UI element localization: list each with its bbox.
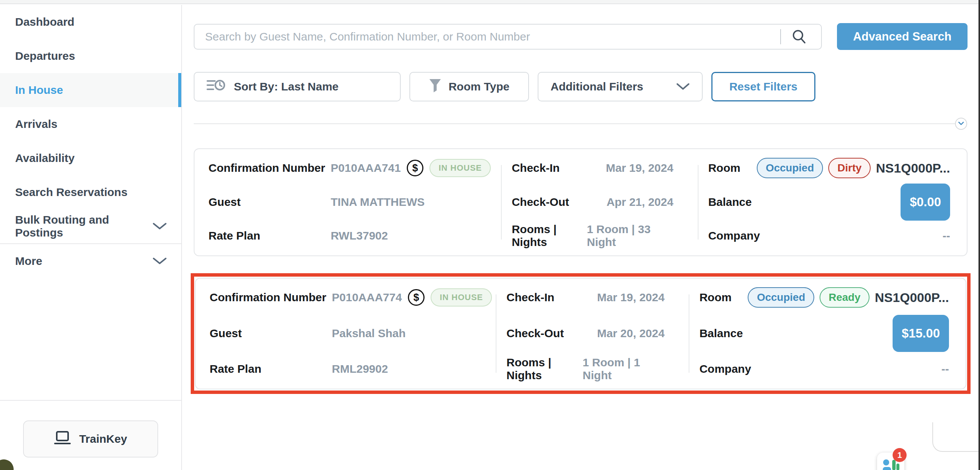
housekeeping-badge: Dirty	[828, 158, 871, 178]
additional-filters-label: Additional Filters	[550, 80, 643, 93]
room-number: NS1Q000P...	[876, 161, 950, 175]
search-input[interactable]	[194, 24, 822, 49]
sidebar-item-arrivals[interactable]: Arrivals	[0, 107, 181, 141]
in-house-status-badge: IN HOUSE	[430, 159, 491, 177]
sidebar-item-bulk-routing[interactable]: Bulk Routing and Postings	[0, 209, 181, 243]
sidebar-item-label: Arrivals	[15, 118, 57, 131]
rooms-nights-label: Rooms | Nights	[506, 356, 582, 382]
highlight-border: Confirmation Number P010AAA774 $ IN HOUS…	[191, 273, 970, 394]
balance-button[interactable]: $0.00	[900, 183, 950, 221]
sidebar-item-label: Bulk Routing and Postings	[15, 213, 153, 239]
notification-badge: 1	[892, 448, 907, 462]
rooms-nights-value: 1 Room | 33 Night	[587, 223, 673, 249]
room-type-label: Room Type	[449, 80, 509, 93]
card-room-section: Room Occupied Ready NS1Q000P... Balance …	[689, 279, 966, 389]
collapse-toggle[interactable]	[955, 118, 967, 130]
rate-plan-label: Rate Plan	[210, 363, 332, 375]
guest-label: Guest	[208, 196, 331, 209]
chevron-down-icon	[676, 83, 690, 91]
check-out-date: Mar 20, 2024	[597, 327, 665, 340]
sidebar-item-label: More	[15, 255, 42, 268]
balance-label: Balance	[699, 327, 748, 340]
balance-button[interactable]: $15.00	[892, 315, 949, 352]
dollar-circle-icon[interactable]: $	[408, 289, 425, 306]
dollar-circle-icon[interactable]: $	[407, 160, 423, 176]
sidebar-item-label: Dashboard	[15, 16, 75, 29]
balance-label: Balance	[708, 196, 757, 209]
chevron-down-icon	[153, 257, 167, 265]
room-type-filter-button[interactable]: Room Type	[409, 72, 529, 101]
card-stay-section: Check-In Mar 19, 2024 Check-Out Mar 20, …	[496, 279, 689, 389]
additional-filters-dropdown[interactable]: Additional Filters	[538, 72, 703, 101]
trainkey-label: TrainKey	[79, 433, 127, 445]
check-in-label: Check-In	[512, 162, 560, 174]
check-out-label: Check-Out	[506, 327, 564, 340]
top-window-strip	[0, 0, 980, 4]
card-stay-section: Check-In Mar 19, 2024 Check-Out Apr 21, …	[501, 149, 697, 255]
sidebar-item-label: Search Reservations	[15, 186, 127, 199]
reservation-card[interactable]: Confirmation Number P010AAA774 $ IN HOUS…	[195, 278, 966, 389]
confirmation-number-label: Confirmation Number	[210, 291, 332, 304]
reservation-card[interactable]: Confirmation Number P010AAA741 $ IN HOUS…	[194, 148, 967, 256]
company-value: --	[942, 363, 949, 375]
check-out-date: Apr 21, 2024	[606, 196, 673, 209]
room-label: Room	[708, 162, 757, 174]
screen-edge-strip	[978, 0, 980, 470]
sort-clock-icon	[207, 78, 226, 96]
confirmation-number-label: Confirmation Number	[208, 162, 331, 174]
funnel-icon	[429, 78, 442, 96]
rate-plan-value: RWL37902	[331, 229, 388, 242]
sidebar-item-more[interactable]: More	[0, 244, 181, 278]
advanced-search-button[interactable]: Advanced Search	[837, 23, 967, 50]
rate-plan-value: RML29902	[332, 363, 388, 375]
search-icon[interactable]	[791, 29, 807, 45]
sort-by-button[interactable]: Sort By: Last Name	[194, 72, 401, 101]
trainkey-button[interactable]: TrainKey	[23, 421, 158, 457]
guest-name: TINA MATTHEWS	[331, 196, 425, 209]
sidebar-footer: TrainKey	[0, 400, 181, 470]
company-label: Company	[699, 363, 748, 375]
chevron-down-icon	[153, 222, 167, 231]
sidebar-item-availability[interactable]: Availability	[0, 141, 181, 175]
confirmation-number-value: P010AAA741	[331, 162, 401, 174]
search-bar	[194, 24, 822, 49]
cutoff-widget-panel	[932, 422, 979, 452]
rooms-nights-value: 1 Room | 1 Night	[583, 356, 665, 382]
section-divider	[194, 123, 955, 124]
room-label: Room	[699, 291, 748, 304]
sidebar-item-label: Availability	[15, 152, 75, 165]
company-value: --	[943, 229, 950, 242]
sidebar-nav: Dashboard Departures In House Arrivals A…	[0, 5, 182, 470]
guest-name: Pakshal Shah	[332, 327, 406, 340]
sidebar-item-in-house[interactable]: In House	[0, 73, 181, 107]
company-label: Company	[708, 229, 757, 242]
card-room-section: Room Occupied Dirty NS1Q000P... Balance …	[698, 149, 967, 255]
room-number: NS1Q000P...	[875, 290, 949, 305]
guest-label: Guest	[210, 327, 332, 340]
chevron-down-icon	[958, 120, 964, 127]
in-house-status-badge: IN HOUSE	[431, 288, 492, 306]
sort-by-label: Sort By: Last Name	[234, 80, 339, 93]
sidebar-item-departures[interactable]: Departures	[0, 39, 181, 73]
card-guest-section: Confirmation Number P010AAA774 $ IN HOUS…	[196, 279, 496, 389]
rooms-nights-label: Rooms | Nights	[512, 223, 587, 249]
housekeeping-badge: Ready	[819, 287, 870, 307]
confirmation-number-value: P010AAA774	[332, 291, 402, 304]
in-house-page: Dashboard Departures In House Arrivals A…	[0, 0, 980, 470]
check-out-label: Check-Out	[512, 196, 569, 209]
laptop-icon	[54, 431, 71, 448]
search-divider	[780, 29, 781, 44]
rate-plan-label: Rate Plan	[208, 229, 331, 242]
sidebar-item-label: Departures	[15, 49, 75, 62]
check-in-label: Check-In	[506, 291, 554, 304]
check-in-date: Mar 19, 2024	[606, 162, 673, 174]
sidebar-item-search-reservations[interactable]: Search Reservations	[0, 175, 181, 209]
check-in-date: Mar 19, 2024	[597, 291, 665, 304]
card-guest-section: Confirmation Number P010AAA741 $ IN HOUS…	[194, 149, 501, 255]
sidebar-item-dashboard[interactable]: Dashboard	[0, 5, 181, 39]
reset-filters-button[interactable]: Reset Filters	[711, 72, 815, 101]
occupancy-badge: Occupied	[748, 287, 814, 307]
sidebar-item-label: In House	[15, 84, 63, 97]
occupancy-badge: Occupied	[757, 158, 823, 178]
